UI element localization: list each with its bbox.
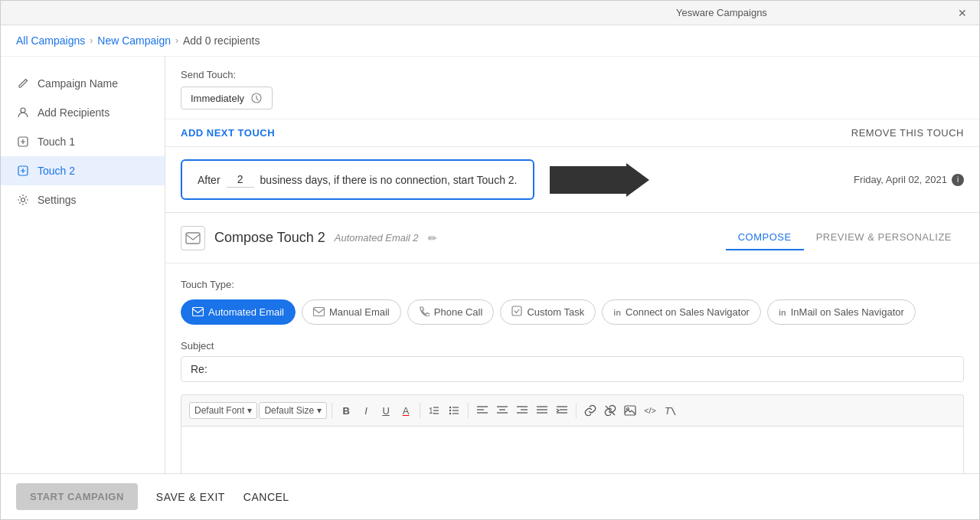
sidebar-item-settings[interactable]: Settings [1,185,165,214]
add-next-touch-button[interactable]: ADD NEXT TOUCH [181,127,275,139]
immediately-label: Immediately [191,93,244,104]
touch-type-label: Touch Type: [181,279,964,290]
font-select[interactable]: Default Font ▾ [189,402,257,419]
sidebar-label-settings: Settings [38,194,77,206]
window-title: Yesware Campaigns [485,7,958,18]
compose-title: Compose Touch 2 [214,230,325,246]
breadcrumb-new-campaign[interactable]: New Campaign [97,34,171,47]
touch-type-buttons: Automated Email Manual Email [181,299,964,325]
delay-box: After business days, if there is no conn… [181,159,534,200]
svg-point-14 [449,410,451,411]
sidebar-item-campaign-name[interactable]: Campaign Name [1,69,165,98]
align-left-button[interactable] [473,401,492,420]
editor-body[interactable] [181,426,964,473]
tab-preview[interactable]: PREVIEW & PERSONALIZE [804,225,964,250]
sidebar-item-touch2[interactable]: Touch 2 [1,156,165,185]
link-button[interactable] [581,401,599,420]
font-select-arrow: ▾ [247,405,252,416]
automated-email-icon [192,306,204,319]
sidebar-label-campaign-name: Campaign Name [38,77,118,90]
edit-icon [16,77,30,90]
immediately-select[interactable]: Immediately [181,87,273,110]
arrow-body [550,166,626,194]
clear-format-button[interactable]: T [661,401,679,420]
sidebar-label-touch1: Touch 1 [38,136,75,148]
touch-actions-row: ADD NEXT TOUCH REMOVE THIS TOUCH [165,119,979,146]
underline-button[interactable]: U [377,401,395,420]
svg-rect-5 [186,233,200,244]
date-info: Friday, April 02, 2021 i [854,174,964,186]
arrow-head [626,163,649,197]
sidebar: Campaign Name Add Recipients Touch 1 Tou… [1,57,165,473]
remove-touch-button[interactable]: REMOVE THIS TOUCH [851,127,964,139]
compose-edit-icon[interactable]: ✏ [428,232,437,244]
svg-rect-35 [625,406,635,415]
toolbar-sep-4 [576,403,577,418]
bold-button[interactable]: B [337,401,355,420]
type-btn-inmail-sales-nav[interactable]: in InMail on Sales Navigator [767,299,916,325]
sidebar-label-add-recipients: Add Recipients [38,106,109,119]
size-select[interactable]: Default Size ▾ [259,402,327,419]
code-button[interactable]: </> [641,401,659,420]
sidebar-item-touch1[interactable]: Touch 1 [1,127,165,156]
type-btn-connect-sales-nav[interactable]: in Connect on Sales Navigator [602,299,761,325]
touch2-icon [16,164,30,178]
arrow-indicator [550,163,657,197]
svg-point-0 [21,108,25,113]
send-touch-row: Send Touch: Immediately [165,57,979,119]
arrow-shape [550,163,649,197]
type-btn-phone-call-label: Phone Call [434,306,483,318]
type-btn-manual-email[interactable]: Manual Email [302,299,401,325]
delay-value-input[interactable] [227,172,254,188]
toolbar-sep-1 [332,403,332,418]
close-button[interactable]: ✕ [958,7,967,19]
type-btn-phone-call[interactable]: Phone Call [407,299,495,325]
svg-point-3 [21,198,25,202]
type-btn-automated-email[interactable]: Automated Email [181,299,296,325]
font-select-label: Default Font [194,405,244,416]
start-campaign-button[interactable]: START CAMPAIGN [16,483,138,510]
sidebar-item-add-recipients[interactable]: Add Recipients [1,98,165,127]
cancel-button[interactable]: CANCEL [243,491,289,503]
svg-rect-8 [512,306,521,316]
subject-input[interactable] [181,356,964,382]
editor-toolbar: Default Font ▾ Default Size ▾ B I U [181,394,964,426]
align-right-button[interactable] [513,401,531,420]
svg-rect-7 [314,307,325,316]
unordered-list-button[interactable] [445,401,463,420]
unlink-button[interactable] [601,401,619,420]
type-btn-custom-task-label: Custom Task [527,306,584,318]
indent-button[interactable] [553,401,571,420]
ordered-list-button[interactable]: 1. [425,401,443,420]
app-window: Yesware Campaigns ✕ All Campaigns › New … [0,0,980,520]
person-icon [16,106,30,119]
compose-header: Compose Touch 2 Automated Email 2 ✏ COMP… [165,213,979,263]
text-color-button[interactable]: A [397,401,415,420]
svg-rect-6 [193,307,204,316]
svg-line-34 [606,406,615,415]
sidebar-label-touch2: Touch 2 [38,165,75,177]
type-btn-custom-task[interactable]: Custom Task [500,299,596,325]
info-icon[interactable]: i [952,174,964,186]
align-center-button[interactable] [493,401,511,420]
svg-point-13 [449,407,451,408]
type-btn-automated-email-label: Automated Email [208,306,284,318]
size-select-label: Default Size [264,405,314,416]
content-area: Send Touch: Immediately ADD NEXT TOUCH R… [165,57,979,473]
send-touch-label: Send Touch: [181,69,964,80]
type-btn-inmail-sales-nav-label: InMail on Sales Navigator [791,306,904,318]
size-select-arrow: ▾ [317,405,322,416]
title-bar: Yesware Campaigns ✕ [1,1,979,25]
italic-button[interactable]: I [357,401,375,420]
tab-compose[interactable]: COMPOSE [726,225,804,250]
linkedin-inmail-icon: in [779,308,786,317]
breadcrumb-all-campaigns[interactable]: All Campaigns [16,34,85,47]
task-icon [511,306,522,319]
save-exit-button[interactable]: SAVE & EXIT [156,491,225,503]
justify-button[interactable] [533,401,551,420]
breadcrumb-sep-2: › [175,35,178,46]
image-button[interactable] [621,401,639,420]
svg-point-15 [449,413,451,414]
toolbar-sep-2 [420,403,420,418]
breadcrumb-sep-1: › [90,35,93,46]
